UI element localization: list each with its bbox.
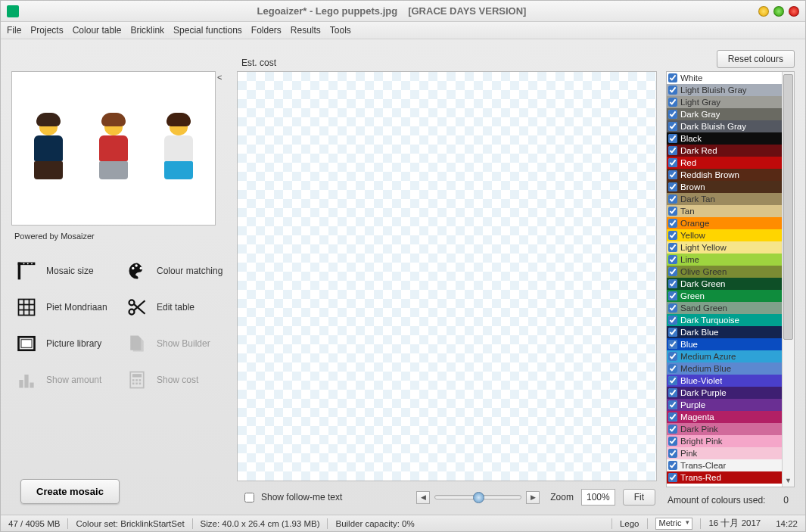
scrollbar-thumb[interactable]	[783, 74, 793, 340]
menu-results[interactable]: Results	[291, 25, 321, 36]
colour-checkbox[interactable]	[668, 352, 677, 361]
colour-checkbox[interactable]	[668, 376, 677, 385]
colour-checkbox[interactable]	[668, 194, 677, 204]
tool-edit-table[interactable]: Edit table	[122, 289, 232, 325]
colour-row-dark-pink[interactable]: Dark Pink	[667, 423, 794, 435]
close-button[interactable]	[789, 6, 799, 17]
colour-checkbox[interactable]	[668, 219, 677, 228]
create-mosaic-button[interactable]: Create mosaic	[20, 479, 120, 504]
colour-checkbox[interactable]	[668, 158, 677, 167]
colour-row-medium-azure[interactable]: Medium Azure	[667, 350, 794, 362]
colour-row-brown[interactable]: Brown	[667, 181, 794, 193]
menu-tools[interactable]: Tools	[330, 25, 351, 36]
colour-checkbox[interactable]	[668, 328, 677, 337]
minimize-button[interactable]	[758, 6, 769, 17]
collapse-handle[interactable]: <	[217, 73, 222, 82]
colour-checkbox[interactable]	[668, 279, 677, 288]
colour-checkbox[interactable]	[668, 303, 677, 313]
tool-picture-library[interactable]: Picture library	[11, 325, 122, 362]
colour-row-dark-gray[interactable]: Dark Gray	[667, 108, 794, 120]
colour-checkbox[interactable]	[668, 291, 677, 300]
colour-row-light-bluish-gray[interactable]: Light Bluish Gray	[667, 84, 794, 96]
tool-colour-matching[interactable]: Colour matching	[122, 253, 232, 289]
colour-row-dark-bluish-gray[interactable]: Dark Bluish Gray	[667, 120, 794, 132]
colour-row-dark-purple[interactable]: Dark Purple	[667, 387, 794, 399]
colour-row-medium-blue[interactable]: Medium Blue	[667, 362, 794, 375]
zoom-value[interactable]: 100%	[581, 489, 615, 506]
colour-row-sand-green[interactable]: Sand Green	[667, 302, 794, 314]
colour-checkbox[interactable]	[668, 122, 677, 131]
colour-checkbox[interactable]	[668, 400, 677, 409]
colour-checkbox[interactable]	[668, 86, 677, 95]
colour-row-bright-pink[interactable]: Bright Pink	[667, 435, 794, 447]
colour-row-tan[interactable]: Tan	[667, 205, 794, 217]
colour-row-reddish-brown[interactable]: Reddish Brown	[667, 169, 794, 181]
maximize-button[interactable]	[773, 6, 784, 17]
colour-row-trans-red[interactable]: Trans-Red	[667, 471, 794, 484]
colour-checkbox[interactable]	[668, 255, 677, 264]
reset-colours-button[interactable]: Reset colours	[717, 50, 795, 68]
colour-row-dark-blue[interactable]: Dark Blue	[667, 326, 794, 338]
colour-row-black[interactable]: Black	[667, 132, 794, 145]
colour-row-dark-green[interactable]: Dark Green	[667, 278, 794, 290]
source-image-thumbnail[interactable]	[11, 71, 216, 226]
colour-row-olive-green[interactable]: Olive Green	[667, 266, 794, 278]
menu-folders[interactable]: Folders	[251, 25, 282, 36]
mosaic-canvas[interactable]	[237, 71, 657, 481]
menu-bricklink[interactable]: Bricklink	[130, 25, 164, 36]
colour-row-trans-clear[interactable]: Trans-Clear	[667, 459, 794, 471]
colour-checkbox[interactable]	[668, 449, 677, 458]
colour-checkbox[interactable]	[668, 461, 677, 470]
colour-checkbox[interactable]	[668, 316, 677, 325]
colour-checkbox[interactable]	[668, 182, 677, 191]
colour-checkbox[interactable]	[668, 73, 677, 82]
menu-colour-table[interactable]: Colour table	[73, 25, 122, 36]
tool-mosaic-size[interactable]: Mosaic size	[11, 253, 122, 289]
colour-row-red[interactable]: Red	[667, 157, 794, 169]
colour-row-purple[interactable]: Purple	[667, 399, 794, 411]
colour-row-dark-turquoise[interactable]: Dark Turquoise	[667, 314, 794, 326]
colour-row-dark-red[interactable]: Dark Red	[667, 145, 794, 157]
colour-checkbox[interactable]	[668, 231, 677, 240]
colour-checkbox[interactable]	[668, 207, 677, 216]
colour-row-yellow[interactable]: Yellow	[667, 229, 794, 241]
colour-checkbox[interactable]	[668, 170, 677, 179]
colour-checkbox[interactable]	[668, 134, 677, 143]
colour-row-orange[interactable]: Orange	[667, 217, 794, 229]
scroll-down-icon[interactable]: ▼	[783, 474, 794, 487]
colour-checkbox[interactable]	[668, 243, 677, 252]
colour-checkbox[interactable]	[668, 388, 677, 397]
colour-row-magenta[interactable]: Magenta	[667, 411, 794, 423]
zoom-step-left[interactable]: ◀	[416, 491, 430, 504]
colour-row-white[interactable]: White	[667, 72, 794, 84]
colour-row-blue-violet[interactable]: Blue-Violet	[667, 375, 794, 387]
colour-row-lime[interactable]: Lime	[667, 254, 794, 266]
colour-scrollbar[interactable]: ▲ ▼	[782, 72, 794, 487]
tool-piet-mondriaan[interactable]: Piet Mondriaan	[11, 289, 122, 325]
follow-me-checkbox[interactable]: Show follow-me text	[241, 490, 342, 505]
colour-checkbox[interactable]	[668, 267, 677, 276]
colour-row-pink[interactable]: Pink	[667, 447, 794, 459]
colour-row-light-gray[interactable]: Light Gray	[667, 96, 794, 108]
colour-checkbox[interactable]	[668, 146, 677, 155]
colour-checkbox[interactable]	[668, 437, 677, 446]
status-unit[interactable]: Metric	[648, 515, 701, 531]
colour-checkbox[interactable]	[668, 412, 677, 422]
colour-checkbox[interactable]	[668, 98, 677, 107]
colour-row-blue[interactable]: Blue	[667, 338, 794, 350]
zoom-step-right[interactable]: ▶	[526, 491, 540, 504]
zoom-slider[interactable]	[434, 495, 521, 499]
colour-checkbox[interactable]	[668, 340, 677, 349]
zoom-slider-thumb[interactable]	[473, 492, 484, 503]
menu-projects[interactable]: Projects	[30, 25, 63, 36]
menu-file[interactable]: File	[7, 25, 21, 36]
fit-button[interactable]: Fit	[623, 489, 655, 506]
colour-checkbox[interactable]	[668, 425, 677, 434]
colour-checkbox[interactable]	[668, 473, 677, 482]
follow-me-input[interactable]	[244, 493, 254, 502]
colour-row-dark-tan[interactable]: Dark Tan	[667, 193, 794, 205]
colour-checkbox[interactable]	[668, 110, 677, 119]
colour-checkbox[interactable]	[668, 364, 677, 373]
menu-special-functions[interactable]: Special functions	[173, 25, 242, 36]
colour-list[interactable]: WhiteLight Bluish GrayLight GrayDark Gra…	[667, 72, 794, 487]
